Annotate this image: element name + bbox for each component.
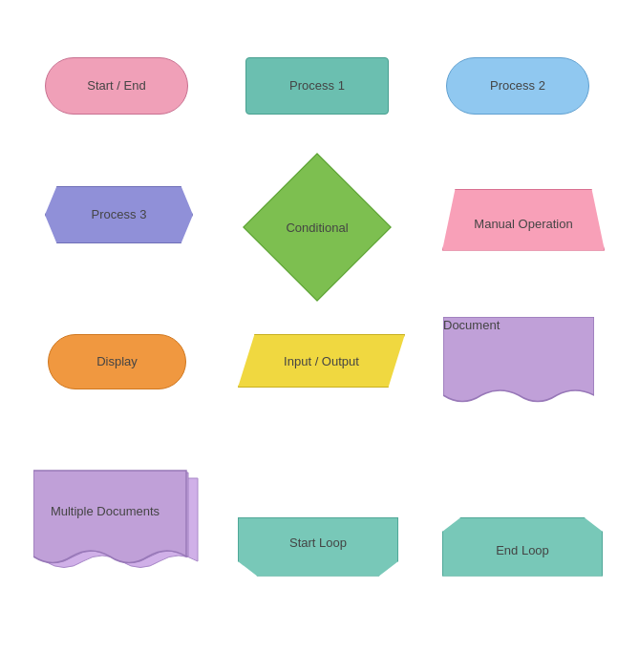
process2-shape[interactable]: Process 2 [446,57,589,115]
process1-label: Process 1 [289,78,345,94]
display-shape[interactable]: Display [48,334,186,389]
multi-doc-svg: Multiple Documents [33,466,201,580]
process2-label: Process 2 [490,78,545,94]
end-loop-label: End Loop [496,543,549,557]
manual-operation-shape[interactable]: Manual Operation [442,186,605,253]
conditional-shape[interactable]: Conditional [250,160,384,294]
start-loop-label: Start Loop [289,536,347,550]
document-label: Document [443,318,500,332]
document-shape[interactable]: Document [443,317,594,412]
svg-text:Multiple Documents: Multiple Documents [51,504,160,518]
manual-op-label: Manual Operation [474,217,572,231]
process3-shape[interactable]: Process 3 [45,186,193,243]
process3-label: Process 3 [92,207,147,223]
multiple-documents-shape[interactable]: Multiple Documents [33,466,201,580]
start-end-label: Start / End [87,78,145,94]
start-loop-shape[interactable]: Start Loop [238,515,398,578]
input-output-label: Input / Output [284,354,359,368]
process1-shape[interactable]: Process 1 [245,57,389,115]
conditional-label: Conditional [286,220,348,235]
canvas: Start / End Process 1 Process 2 Process … [0,0,639,672]
start-end-shape[interactable]: Start / End [45,57,188,115]
display-label: Display [96,354,138,370]
end-loop-shape[interactable]: End Loop [442,515,603,578]
input-output-shape[interactable]: Input / Output [238,332,405,389]
